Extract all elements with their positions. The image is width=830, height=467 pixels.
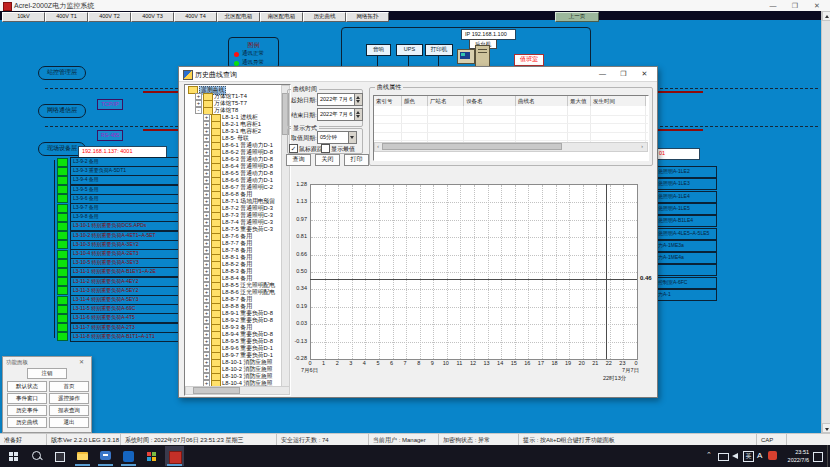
expand-icon[interactable]: + <box>203 240 210 247</box>
task-view-button[interactable] <box>50 446 69 466</box>
expand-icon[interactable]: + <box>203 247 210 254</box>
function-panel-close-icon[interactable]: ✕ <box>79 358 84 365</box>
expand-icon[interactable]: + <box>203 163 210 170</box>
expand-icon[interactable]: + <box>203 289 210 296</box>
scroll-up-button[interactable] <box>822 11 830 21</box>
expand-icon[interactable]: + <box>203 359 210 366</box>
expand-icon[interactable]: + <box>203 324 210 331</box>
tray-speaker-icon[interactable] <box>732 453 738 459</box>
table-hscroll-right-arrow[interactable]: › <box>639 143 645 149</box>
expand-icon[interactable]: + <box>203 366 210 373</box>
expand-icon[interactable]: + <box>203 191 210 198</box>
show-max-checkbox[interactable] <box>321 144 330 153</box>
app-vertical-scrollbar[interactable] <box>821 11 830 433</box>
expand-icon[interactable]: + <box>203 282 210 289</box>
end-date-field[interactable]: 2022年 7月 6 <box>317 108 363 121</box>
scroll-down-button[interactable] <box>822 423 830 433</box>
tray-monitor-icon[interactable] <box>718 453 729 461</box>
expand-icon[interactable]: + <box>203 303 210 310</box>
start-date-spinner[interactable] <box>354 94 362 105</box>
blue-app-button[interactable] <box>119 446 138 466</box>
tray-red-badge-icon[interactable] <box>768 451 777 460</box>
expand-icon[interactable]: + <box>203 233 210 240</box>
expand-icon[interactable]: + <box>203 121 210 128</box>
expand-icon[interactable]: + <box>203 205 210 212</box>
expand-icon[interactable]: + <box>203 114 210 121</box>
curve-props-table[interactable]: 索引号颜色厂站名设备名曲线名最大值发生时间‹› <box>373 95 649 161</box>
expand-icon[interactable]: + <box>203 142 210 149</box>
expand-icon[interactable]: + <box>203 296 210 303</box>
func-history-events-button[interactable]: 历史事件 <box>7 405 47 416</box>
expand-icon[interactable]: + <box>203 275 210 282</box>
expand-icon[interactable]: + <box>203 268 210 275</box>
table-hscroll-thumb[interactable] <box>382 143 562 150</box>
expand-icon[interactable]: + <box>203 170 210 177</box>
curve-tree-panel[interactable]: 遥测曲线+万体馆T1-T4+万体馆T5-T7-万体馆T8+L8-1-1 进线柜+… <box>184 84 291 396</box>
expand-icon[interactable]: + <box>203 219 210 226</box>
store-app-button[interactable] <box>142 446 161 466</box>
print-button[interactable]: 打印 <box>344 154 369 166</box>
expand-icon[interactable]: + <box>203 177 210 184</box>
window-maximize-button[interactable]: ❐ <box>786 1 804 10</box>
func-report-query-button[interactable]: 报表查询 <box>49 405 89 416</box>
expand-icon[interactable]: + <box>203 135 210 142</box>
column-header-7[interactable]: 发生时间 <box>591 96 646 106</box>
tray-lang-box[interactable]: 英 <box>743 451 754 462</box>
tray-chevron-icon[interactable]: ⌃ <box>706 445 712 465</box>
dialog-close-button[interactable]: ✕ <box>635 69 654 80</box>
period-dropdown[interactable]: 05分钟 <box>317 131 357 144</box>
dialog-maximize-button[interactable]: ❐ <box>614 69 633 80</box>
expand-icon[interactable]: + <box>203 310 210 317</box>
column-header-1[interactable]: 索引号 <box>374 96 402 106</box>
mouse-track-checkbox[interactable]: ✓ <box>289 144 298 153</box>
logout-button[interactable]: 注销 <box>27 368 67 379</box>
func-default-button[interactable]: 默认状态 <box>7 381 47 392</box>
func-events-window-button[interactable]: 事件窗口 <box>7 393 47 404</box>
period-dropdown-arrow[interactable] <box>348 132 356 143</box>
expand-icon[interactable]: + <box>203 212 210 219</box>
taskbar-clock[interactable]: 23:51 2022/7/6 <box>781 448 809 464</box>
chart-plot-area[interactable] <box>310 184 638 360</box>
expand-icon[interactable]: + <box>203 156 210 163</box>
tray-ime-letter[interactable]: A <box>757 451 762 460</box>
column-header-5[interactable]: 曲线名 <box>516 96 568 106</box>
table-hscroll-left-arrow[interactable]: ‹ <box>375 143 381 149</box>
start-date-field[interactable]: 2022年 7月 6 <box>317 93 363 106</box>
end-date-spinner[interactable] <box>354 109 362 120</box>
dialog-titlebar[interactable]: 历史曲线查询 — ❐ ✕ <box>179 67 657 82</box>
column-header-3[interactable]: 厂站名 <box>428 96 464 106</box>
expand-icon[interactable]: + <box>203 254 210 261</box>
window-minimize-button[interactable]: — <box>764 1 782 10</box>
func-history-curve-button[interactable]: 历史曲线 <box>7 417 47 428</box>
start-button[interactable] <box>4 446 23 466</box>
expand-icon[interactable]: + <box>203 338 210 345</box>
dialog-minimize-button[interactable]: — <box>593 69 612 80</box>
search-button[interactable] <box>27 446 46 466</box>
expand-icon[interactable]: + <box>195 93 202 100</box>
func-home-button[interactable]: 首页 <box>49 381 89 392</box>
chat-app-button[interactable] <box>96 446 115 466</box>
expand-icon[interactable]: + <box>195 100 202 107</box>
expand-icon[interactable]: + <box>203 345 210 352</box>
func-remote-control-button[interactable]: 遥控操作 <box>49 393 89 404</box>
window-close-button[interactable]: ✕ <box>808 1 826 10</box>
acrel-app-button[interactable] <box>165 446 184 466</box>
file-explorer-button[interactable] <box>73 446 92 466</box>
tree-hscroll-thumb[interactable] <box>193 387 240 394</box>
expand-icon[interactable]: + <box>203 317 210 324</box>
expand-icon[interactable]: + <box>203 352 210 359</box>
column-header-2[interactable]: 颜色 <box>402 96 428 106</box>
expand-icon[interactable]: + <box>203 226 210 233</box>
expand-icon[interactable]: + <box>203 198 210 205</box>
notification-center-icon[interactable] <box>813 452 823 462</box>
func-exit-button[interactable]: 退出 <box>49 417 89 428</box>
expand-icon[interactable]: + <box>203 149 210 156</box>
close-button[interactable]: 关闭 <box>315 154 340 166</box>
expand-icon[interactable]: + <box>203 184 210 191</box>
expand-icon[interactable]: + <box>203 331 210 338</box>
column-header-4[interactable]: 设备名 <box>464 96 516 106</box>
collapse-icon[interactable]: - <box>195 107 202 114</box>
query-button[interactable]: 查询 <box>286 154 311 166</box>
expand-icon[interactable]: + <box>203 261 210 268</box>
column-header-6[interactable]: 最大值 <box>568 96 591 106</box>
